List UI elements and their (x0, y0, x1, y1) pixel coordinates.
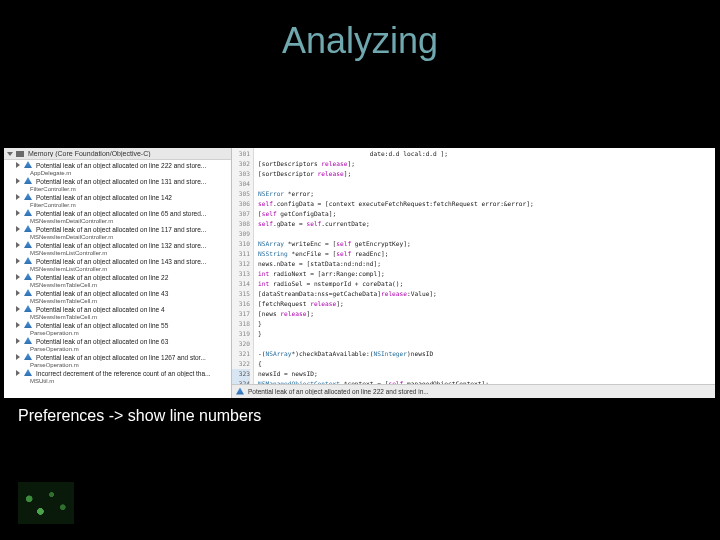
issue-text: Potential leak of an object allocated on… (36, 322, 227, 329)
disclosure-right-icon (16, 274, 20, 280)
warning-icon (24, 369, 32, 377)
issue-row[interactable]: Potential leak of an object allocated on… (4, 160, 231, 170)
disclosure-right-icon (16, 370, 20, 376)
editor-pane: 3013023033043053063073083093103113123133… (232, 148, 715, 398)
issue-text: Potential leak of an object allocated on… (36, 194, 227, 201)
warning-icon (236, 388, 244, 396)
issue-text: Incorrect decrement of the reference cou… (36, 370, 227, 377)
issue-text: Potential leak of an object allocated on… (36, 290, 227, 297)
disclosure-right-icon (16, 194, 20, 200)
issues-navigator[interactable]: Memory (Core Foundation/Objective-C) Pot… (4, 148, 232, 398)
warning-icon (24, 305, 32, 313)
issue-row[interactable]: Incorrect decrement of the reference cou… (4, 368, 231, 378)
xcode-screenshot: Memory (Core Foundation/Objective-C) Pot… (4, 148, 715, 398)
slide-title: Analyzing (0, 20, 720, 62)
issue-row[interactable]: Potential leak of an object allocated on… (4, 256, 231, 266)
disclosure-right-icon (16, 290, 20, 296)
issue-category-row[interactable]: Memory (Core Foundation/Objective-C) (4, 148, 231, 160)
warning-icon (24, 337, 32, 345)
issue-row[interactable]: Potential leak of an object allocated on… (4, 272, 231, 282)
issue-text: Potential leak of an object allocated on… (36, 210, 227, 217)
disclosure-right-icon (16, 354, 20, 360)
disclosure-right-icon (16, 210, 20, 216)
issue-file-label: MSUtil.m (4, 378, 231, 384)
slide-caption: Preferences -> show line numbers (18, 407, 261, 425)
slide-logo (18, 482, 74, 524)
folder-icon (16, 151, 24, 157)
warning-icon (24, 321, 32, 329)
disclosure-right-icon (16, 162, 20, 168)
issue-text: Potential leak of an object allocated on… (36, 274, 227, 281)
issue-row[interactable]: Potential leak of an object allocated on… (4, 240, 231, 250)
warning-icon (24, 161, 32, 169)
source-code-view[interactable]: date:d.d local:d.d ];[sortDescriptors re… (254, 148, 715, 384)
issue-row[interactable]: Potential leak of an object allocated on… (4, 304, 231, 314)
issue-row[interactable]: Potential leak of an object allocated on… (4, 336, 231, 346)
disclosure-right-icon (16, 322, 20, 328)
issue-row[interactable]: Potential leak of an object allocated on… (4, 176, 231, 186)
issue-row[interactable]: Potential leak of an object allocated on… (4, 288, 231, 298)
warning-icon (24, 273, 32, 281)
issue-text: Potential leak of an object allocated on… (36, 226, 227, 233)
issue-text: Potential leak of an object allocated on… (36, 306, 227, 313)
issue-text: Potential leak of an object allocated on… (36, 258, 227, 265)
issue-text: Potential leak of an object allocated on… (36, 242, 227, 249)
disclosure-right-icon (16, 178, 20, 184)
issue-text: Potential leak of an object allocated on… (36, 354, 227, 361)
issue-text: Potential leak of an object allocated on… (36, 338, 227, 345)
warning-icon (24, 193, 32, 201)
issue-text: Potential leak of an object allocated on… (36, 162, 227, 169)
warning-icon (24, 289, 32, 297)
issue-row[interactable]: Potential leak of an object allocated on… (4, 192, 231, 202)
disclosure-right-icon (16, 306, 20, 312)
disclosure-right-icon (16, 338, 20, 344)
category-label: Memory (Core Foundation/Objective-C) (28, 150, 227, 157)
issue-row[interactable]: Potential leak of an object allocated on… (4, 352, 231, 362)
issue-row[interactable]: Potential leak of an object allocated on… (4, 208, 231, 218)
disclosure-right-icon (16, 258, 20, 264)
disclosure-right-icon (16, 242, 20, 248)
warning-icon (24, 257, 32, 265)
warning-icon (24, 241, 32, 249)
line-number-gutter: 3013023033043053063073083093103113123133… (232, 148, 254, 384)
warning-icon (24, 177, 32, 185)
warning-icon (24, 353, 32, 361)
footer-message: Potential leak of an object allocated on… (248, 388, 429, 395)
disclosure-down-icon (7, 152, 13, 156)
issue-row[interactable]: Potential leak of an object allocated on… (4, 320, 231, 330)
disclosure-right-icon (16, 226, 20, 232)
warning-icon (24, 209, 32, 217)
warning-icon (24, 225, 32, 233)
issue-text: Potential leak of an object allocated on… (36, 178, 227, 185)
issue-row[interactable]: Potential leak of an object allocated on… (4, 224, 231, 234)
issue-footer-bar[interactable]: Potential leak of an object allocated on… (232, 384, 715, 398)
